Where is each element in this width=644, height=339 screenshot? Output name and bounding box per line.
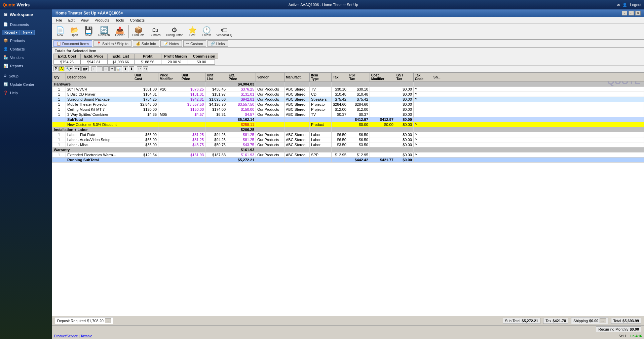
- sec-sold-ship-button[interactable]: 📍 Sold to / Ship to: [93, 40, 131, 47]
- table-row[interactable]: 1 Labor - Audio/Video Setup $65.00 $81.2…: [52, 137, 644, 142]
- cell-desc: Labor - Flat Rate: [66, 132, 133, 137]
- table-row[interactable]: 1 Ceiling Mount Kit MT 7 $120.00 $150.00…: [52, 107, 644, 112]
- email-icon[interactable]: ✉: [617, 3, 620, 7]
- cell-tax-code: [413, 102, 432, 107]
- cell-mfr: ABC Stereo: [285, 97, 310, 102]
- toolbar-revision-button[interactable]: 🔄 Revision: [96, 26, 112, 38]
- mini-btn-add[interactable]: +: [91, 66, 96, 71]
- shipping-button[interactable]: ...: [600, 318, 606, 323]
- mini-btn-p[interactable]: P: [53, 66, 59, 71]
- toolbar-deliver-button[interactable]: 📤 Deliver: [113, 26, 127, 38]
- sec-custom-button[interactable]: ✏ Custom: [183, 40, 206, 47]
- mini-btn-list[interactable]: ☰: [97, 66, 103, 71]
- sec-document-items-button[interactable]: 📋 Document Items: [53, 40, 92, 47]
- menu-products[interactable]: Products: [92, 18, 112, 23]
- table-row[interactable]: Hardware $4,904.03: [52, 82, 644, 87]
- sec-links-button[interactable]: 🔗 Links: [207, 40, 228, 47]
- logo-quote: Quote: [3, 2, 15, 7]
- table-row[interactable]: 1 20" TV/VCR $301.00 P20 $376.25 $436.45…: [52, 87, 644, 92]
- cell-gst-tax: $0.00: [395, 87, 413, 92]
- cell-empty: [133, 147, 158, 152]
- table-row[interactable]: Installation + Labor $206.25: [52, 127, 644, 132]
- mini-btn-a[interactable]: A: [59, 66, 64, 71]
- table-row[interactable]: 1 3-Way Splitter/ Combiner $4.35 M05 $4.…: [52, 112, 644, 117]
- mini-btn-format[interactable]: ✏▾: [74, 66, 81, 71]
- close-button[interactable]: ✕: [635, 11, 641, 15]
- mini-btn-import[interactable]: ⬆: [123, 66, 128, 71]
- sidebar-item-products[interactable]: 📦 Products: [0, 36, 52, 45]
- sidebar-item-reports[interactable]: 📊 Reports: [0, 62, 52, 70]
- toolbar-save-button[interactable]: 💾 Save: [82, 26, 95, 38]
- menu-edit[interactable]: Edit: [66, 18, 77, 23]
- col-header-tax-code: TaxCode: [413, 73, 432, 82]
- cell-running-pst: $442.42: [348, 158, 370, 163]
- toolbar-configurator-button[interactable]: ⚙ Configurator: [164, 26, 185, 38]
- menu-tools[interactable]: Tools: [113, 18, 127, 23]
- sidebar-item-update-center[interactable]: 🔄 Update Center: [0, 80, 52, 89]
- mini-btn-tools[interactable]: 🔧▾: [65, 66, 73, 71]
- table-row[interactable]: 1 Extended Electronics Warra... $129.54 …: [52, 152, 644, 158]
- cell-qty: 1: [52, 132, 66, 137]
- table-row[interactable]: 1 Labor - Flat Rate $65.00 $81.25 $94.25…: [52, 132, 644, 137]
- toolbar-products-button[interactable]: 📦 Products: [130, 26, 147, 38]
- sec-notes-button[interactable]: 📝 Notes: [160, 40, 182, 47]
- menu-file[interactable]: File: [53, 18, 65, 23]
- table-row[interactable]: 1 5 Disc CD Player $104.81 $131.01 $151.…: [52, 92, 644, 97]
- table-row[interactable]: 1 Labor - Misc. $35.00 $43.75 $50.75 $43…: [52, 142, 644, 147]
- mini-btn-export[interactable]: ⬇: [129, 66, 134, 71]
- toolbar-latest-button[interactable]: 🕐 Latest: [200, 26, 213, 38]
- cell-tax: $6.50: [332, 132, 348, 137]
- cell-unit-price: $150.00: [180, 107, 205, 112]
- table-row[interactable]: Warranty $161.93: [52, 147, 644, 152]
- menu-contacts[interactable]: Contacts: [127, 18, 147, 23]
- cell-unit-price: $161.93: [180, 152, 205, 158]
- quote-table-container[interactable]: QUOTE Qty Description UnitCost PriceModi…: [52, 72, 644, 316]
- minimize-button[interactable]: −: [622, 11, 627, 15]
- cell-price-mod: P20: [158, 87, 180, 92]
- cell-empty: [395, 147, 413, 152]
- cell-empty: [348, 82, 370, 87]
- cell-discount-cost-mod: $0.00: [370, 122, 395, 127]
- status-link-product[interactable]: Product/Service: [54, 334, 78, 338]
- sidebar-item-label: Vendors: [10, 56, 24, 60]
- bottom-bar: Deposit Required $1,708.20 ... Sub Total…: [52, 316, 644, 325]
- mini-btn-chart[interactable]: 📊: [115, 66, 122, 71]
- secondary-toolbar: 📋 Document Items 📍 Sold to / Ship to 💰 S…: [52, 40, 644, 48]
- toolbar-best-button[interactable]: ⭐ Best: [186, 26, 199, 38]
- sec-sale-info-button[interactable]: 💰 Sale Info: [133, 40, 159, 47]
- cell-empty: [52, 158, 66, 163]
- status-sel: Sel 1: [619, 334, 627, 338]
- deposit-button[interactable]: ...: [105, 318, 111, 323]
- toolbar-new-button[interactable]: 📄 New: [53, 26, 67, 38]
- documents-icon: 📄: [3, 22, 8, 27]
- cell-empty: [133, 122, 158, 127]
- toolbar-vendorrfq-button[interactable]: 🏷 VendorRFQ: [214, 26, 235, 38]
- restore-button[interactable]: ▭: [629, 11, 634, 15]
- recent-button[interactable]: Recent ▾: [2, 30, 20, 35]
- table-row[interactable]: 1 Surround Sound Package $754.25 $942.81…: [52, 97, 644, 102]
- mini-btn-redo[interactable]: ↪: [143, 66, 148, 71]
- sidebar-item-vendors[interactable]: 🏪 Vendors: [0, 53, 52, 62]
- mini-btn-edit[interactable]: ✏: [109, 66, 115, 71]
- mini-btn-grid[interactable]: ▦▾: [81, 66, 89, 71]
- cell-unit-cost: $2,846.00: [133, 102, 158, 107]
- new-button[interactable]: New ▾: [21, 30, 35, 35]
- sidebar-item-documents[interactable]: 📄 Documents: [0, 20, 52, 29]
- toolbar-open-button[interactable]: 📂 Open: [68, 26, 81, 38]
- cell-desc: 5 Disc CD Player: [66, 92, 133, 97]
- mini-btn-undo[interactable]: ↩: [137, 66, 142, 71]
- sidebar-item-contacts[interactable]: 👤 Contacts: [0, 45, 52, 53]
- mini-btn-table[interactable]: ⊞: [103, 66, 109, 71]
- menu-view[interactable]: View: [78, 18, 91, 23]
- sidebar-item-setup[interactable]: ⚙ Setup: [0, 72, 52, 80]
- toolbar-bundles-button[interactable]: 🗂 Bundles: [147, 26, 163, 38]
- table-row[interactable]: New Customer 5.0% Discount -$258.11 Prod…: [52, 122, 644, 127]
- cell-unit-price: $3,557.50: [180, 102, 205, 107]
- status-link-taxable[interactable]: Taxable: [81, 334, 92, 338]
- user-icon[interactable]: 👤: [622, 3, 627, 7]
- cell-item-type: SPP: [310, 152, 332, 158]
- sidebar-item-help[interactable]: ❓ Help: [0, 89, 52, 97]
- logout-button[interactable]: Logout: [630, 3, 641, 7]
- table-row[interactable]: 1 Mobile Theater Projector $2,846.00 $3,…: [52, 102, 644, 107]
- cell-empty: [180, 122, 205, 127]
